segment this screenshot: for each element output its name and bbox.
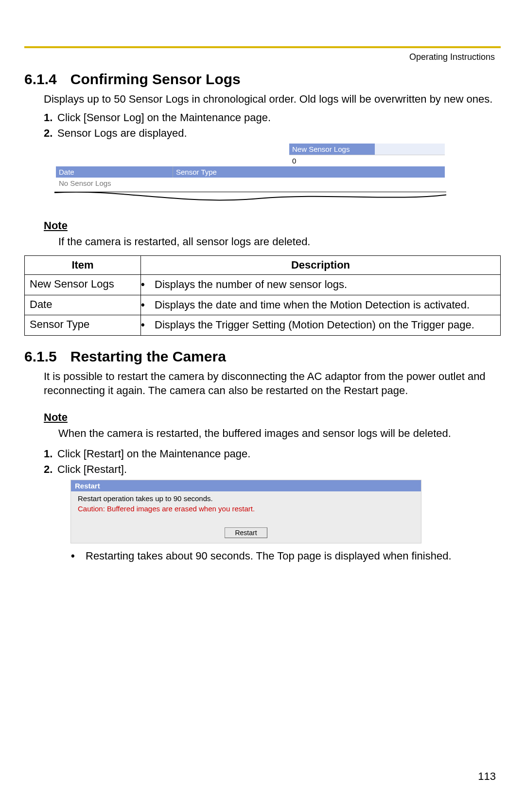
step-number: 2. [44,127,57,140]
document-page: Operating Instructions 6.1.4Confirming S… [0,0,525,812]
new-sensor-logs-value: 0 [289,155,445,166]
header-description: Description [141,256,501,275]
desc-cell: Displays the number of new sensor logs. [141,275,501,295]
step-2: 2.Sensor Logs are displayed. [44,127,501,140]
item-cell: Sensor Type [25,315,141,336]
step-number: 2. [44,463,57,476]
restart-screenshot: Restart Restart operation takes up to 90… [70,480,421,543]
desc-cell: Displays the date and time when the Moti… [141,295,501,315]
section-615-intro: It is possible to restart the camera by … [44,370,501,397]
step-text: Click [Restart] on the Maintenance page. [57,448,250,460]
item-cell: New Sensor Logs [25,275,141,295]
bullet-mark: • [71,549,86,563]
section-number: 6.1.4 [24,71,57,88]
restart-button-row: Restart [71,524,421,543]
item-cell: Date [25,295,141,315]
spacer [56,144,289,155]
note-body-615: When the camera is restarted, the buffer… [58,427,501,441]
note-heading-614: Note [44,219,501,232]
no-logs-message: No Sensor Logs [56,178,445,189]
step-text: Sensor Logs are displayed. [57,127,187,140]
desc-text: Displays the date and time when the Moti… [159,298,485,312]
col-type-header: Sensor Type [173,166,445,178]
header-rule [24,46,501,48]
section-heading-614: 6.1.4Confirming Sensor Logs [24,71,501,88]
step-1: 1.Click [Sensor Log] on the Maintenance … [44,111,501,124]
torn-edge-graphic [54,192,446,206]
step-1: 1.Click [Restart] on the Maintenance pag… [44,448,501,460]
table-row: Sensor Type Displays the Trigger Setting… [25,315,501,336]
section-number: 6.1.5 [24,348,57,365]
note-body-614: If the camera is restarted, all sensor l… [58,235,501,249]
step-2: 2.Click [Restart]. [44,463,501,476]
restart-button[interactable]: Restart [225,527,267,538]
step-number: 1. [44,448,57,460]
doc-type-label: Operating Instructions [24,52,501,62]
desc-text: Displays the number of new sensor logs. [159,278,485,292]
page-number: 113 [478,770,496,783]
sensor-log-screenshot: New Sensor Logs 0 Date Sensor Type No Se… [56,144,445,189]
header-item: Item [25,256,141,275]
table-row: New Sensor Logs Displays the number of n… [25,275,501,295]
step-text: Click [Sensor Log] on the Maintenance pa… [57,111,271,124]
desc-text: Displays the Trigger Setting (Motion Det… [159,318,485,332]
section-615-steps: 1.Click [Restart] on the Maintenance pag… [44,448,501,476]
table-row: Date Displays the date and time when the… [25,295,501,315]
section-heading-615: 6.1.5Restarting the Camera [24,348,501,365]
desc-cell: Displays the Trigger Setting (Motion Det… [141,315,501,336]
restart-message: Restart operation takes up to 90 seconds… [71,491,421,504]
spacer [56,155,289,166]
spacer [375,144,445,155]
table-header-row: Item Description [25,256,501,275]
restart-warning: Caution: Buffered images are erased when… [71,504,421,524]
note-heading-615: Note [44,411,501,424]
step-number: 1. [44,111,57,124]
section-title: Confirming Sensor Logs [70,71,241,87]
step-text: Click [Restart]. [57,463,127,476]
col-date-header: Date [56,166,173,178]
section-614-steps: 1.Click [Sensor Log] on the Maintenance … [44,111,501,140]
section-614-intro: Displays up to 50 Sensor Logs in chronol… [44,92,501,107]
section-title: Restarting the Camera [70,348,226,364]
description-table: Item Description New Sensor Logs Display… [24,255,501,336]
new-sensor-logs-label: New Sensor Logs [289,144,375,155]
restart-note-bullet: • Restarting takes about 90 seconds. The… [71,549,501,563]
bullet-text: Restarting takes about 90 seconds. The T… [86,549,452,563]
restart-titlebar: Restart [71,480,421,491]
